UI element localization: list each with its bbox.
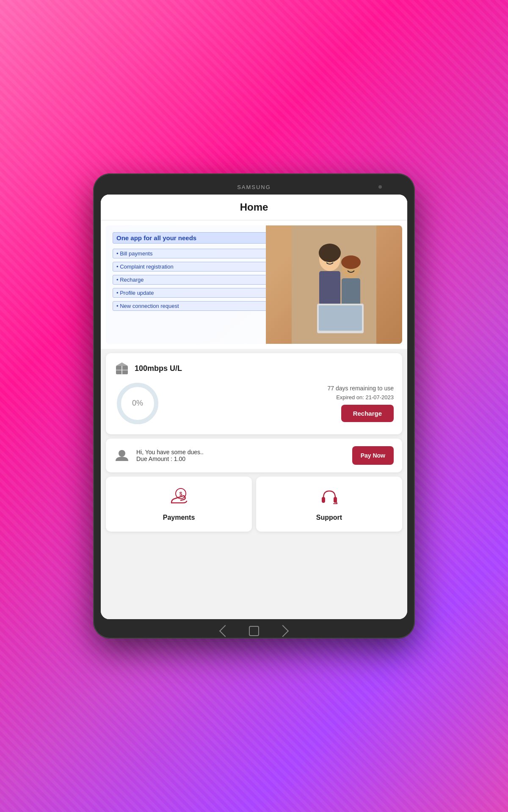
tablet-device: SAMSUNG Home One app for all your needs …	[93, 173, 415, 639]
tablet-screen: Home One app for all your needs • Bill p…	[101, 195, 407, 619]
payments-card[interactable]: $ Payments	[106, 477, 252, 532]
home-button[interactable]	[248, 625, 260, 637]
speed-card: 100mbps U/L 0% 77 days remaining to use …	[106, 353, 402, 434]
svg-rect-9	[319, 305, 362, 331]
speed-plan-label: 100mbps U/L	[135, 364, 182, 373]
tablet-top-bar: SAMSUNG	[101, 181, 407, 193]
banner-overlay: One app for all your needs • Bill paymen…	[106, 225, 275, 344]
user-icon	[114, 448, 130, 463]
svg-rect-19	[322, 497, 325, 503]
dues-amount: Due Amount : 1.00	[136, 455, 345, 462]
banner-item-2: • Recharge	[113, 275, 268, 285]
recharge-button[interactable]: Recharge	[341, 405, 394, 422]
banner-section: One app for all your needs • Bill paymen…	[101, 220, 407, 349]
banner-tagline: One app for all your needs	[113, 232, 268, 244]
speed-card-header: 100mbps U/L	[114, 361, 394, 376]
page-title: Home	[240, 201, 268, 213]
svg-point-7	[341, 255, 361, 269]
dues-text: Hi, You have some dues.. Due Amount : 1.…	[136, 449, 345, 462]
pay-now-button[interactable]: Pay Now	[352, 446, 394, 465]
brand-logo: SAMSUNG	[237, 184, 271, 190]
svg-marker-11	[116, 362, 128, 366]
banner-item-0: • Bill payments	[113, 249, 268, 258]
banner-photo	[266, 225, 402, 344]
speed-card-body: 0% 77 days remaining to use Expired on: …	[114, 380, 394, 427]
banner-card: One app for all your needs • Bill paymen…	[106, 225, 402, 344]
banner-item-4: • New connection request	[113, 301, 268, 311]
support-card[interactable]: Support	[256, 477, 402, 532]
tablet-bottom-nav	[101, 622, 407, 640]
svg-rect-4	[325, 249, 335, 261]
dues-message: Hi, You have some dues..	[136, 449, 345, 455]
banner-item-3: • Profile update	[113, 288, 268, 298]
support-label: Support	[316, 514, 342, 521]
back-button[interactable]	[219, 625, 231, 637]
days-remaining: 77 days remaining to use	[328, 385, 394, 392]
svg-point-16	[119, 450, 125, 457]
svg-text:$: $	[179, 491, 182, 497]
grid-cards: $ Payments	[106, 477, 402, 532]
cards-section: 100mbps U/L 0% 77 days remaining to use …	[101, 349, 407, 536]
app-screen: Home One app for all your needs • Bill p…	[101, 195, 407, 619]
expiry-date: Expired on: 21-07-2023	[336, 394, 394, 401]
svg-rect-2	[319, 271, 340, 305]
camera-dot	[378, 185, 382, 189]
support-icon	[318, 487, 340, 509]
recent-button[interactable]	[277, 625, 289, 637]
svg-text:0%: 0%	[132, 399, 143, 407]
dues-card: Hi, You have some dues.. Due Amount : 1.…	[106, 439, 402, 472]
package-icon	[114, 361, 130, 376]
people-illustration	[266, 225, 402, 344]
app-header: Home	[101, 195, 407, 220]
progress-circle: 0%	[114, 380, 161, 427]
speed-info: 77 days remaining to use Expired on: 21-…	[169, 385, 394, 422]
payment-icon: $	[168, 487, 190, 509]
banner-item-1: • Complaint registration	[113, 262, 268, 272]
payments-label: Payments	[163, 514, 195, 521]
